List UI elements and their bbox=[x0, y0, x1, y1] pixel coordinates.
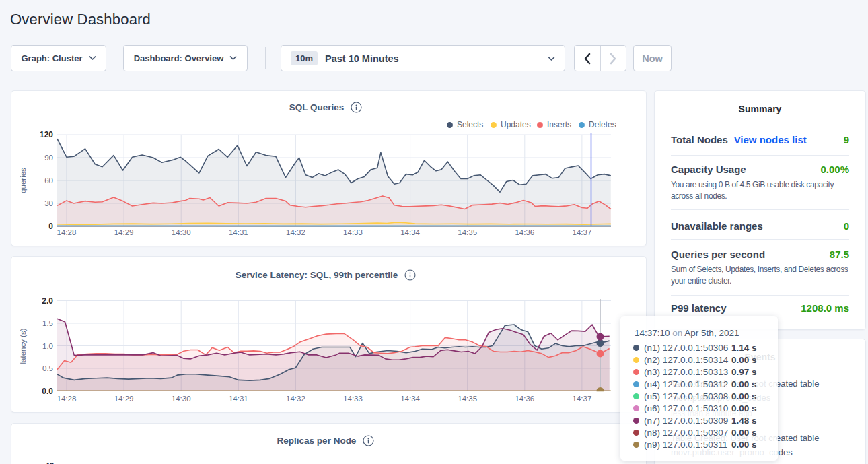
svg-text:90: 90 bbox=[44, 154, 53, 162]
svg-text:1.5: 1.5 bbox=[42, 319, 53, 327]
svg-text:queries: queries bbox=[19, 168, 27, 193]
svg-text:14:30: 14:30 bbox=[172, 228, 191, 236]
svg-text:1.0: 1.0 bbox=[42, 342, 53, 350]
svg-text:0.5: 0.5 bbox=[42, 364, 53, 372]
svg-text:14:33: 14:33 bbox=[343, 228, 363, 236]
svg-text:14:31: 14:31 bbox=[229, 228, 248, 236]
svg-text:14:34: 14:34 bbox=[400, 228, 420, 236]
svg-text:14:34: 14:34 bbox=[400, 395, 420, 403]
svg-text:14:35: 14:35 bbox=[458, 228, 477, 236]
svg-text:14:28: 14:28 bbox=[57, 395, 77, 403]
svg-text:latency (s): latency (s) bbox=[19, 328, 27, 364]
svg-text:2.0: 2.0 bbox=[42, 296, 53, 306]
svg-text:0.0: 0.0 bbox=[42, 387, 53, 396]
svg-text:14:35: 14:35 bbox=[458, 395, 477, 403]
svg-text:14:29: 14:29 bbox=[114, 395, 134, 403]
svg-text:60: 60 bbox=[44, 176, 53, 185]
svg-text:120: 120 bbox=[40, 130, 53, 139]
svg-text:30: 30 bbox=[44, 199, 53, 207]
svg-text:14:30: 14:30 bbox=[172, 395, 191, 403]
svg-text:14:31: 14:31 bbox=[229, 395, 248, 403]
svg-text:14:37: 14:37 bbox=[573, 395, 592, 403]
svg-text:14:32: 14:32 bbox=[286, 395, 305, 403]
svg-text:14:32: 14:32 bbox=[286, 228, 305, 236]
svg-text:14:37: 14:37 bbox=[573, 228, 592, 236]
svg-text:14:36: 14:36 bbox=[515, 228, 534, 236]
svg-text:14:33: 14:33 bbox=[343, 395, 363, 403]
svg-text:0: 0 bbox=[48, 222, 53, 231]
svg-text:14:28: 14:28 bbox=[57, 228, 77, 236]
svg-text:14:36: 14:36 bbox=[515, 395, 534, 403]
svg-text:14:29: 14:29 bbox=[114, 228, 134, 236]
